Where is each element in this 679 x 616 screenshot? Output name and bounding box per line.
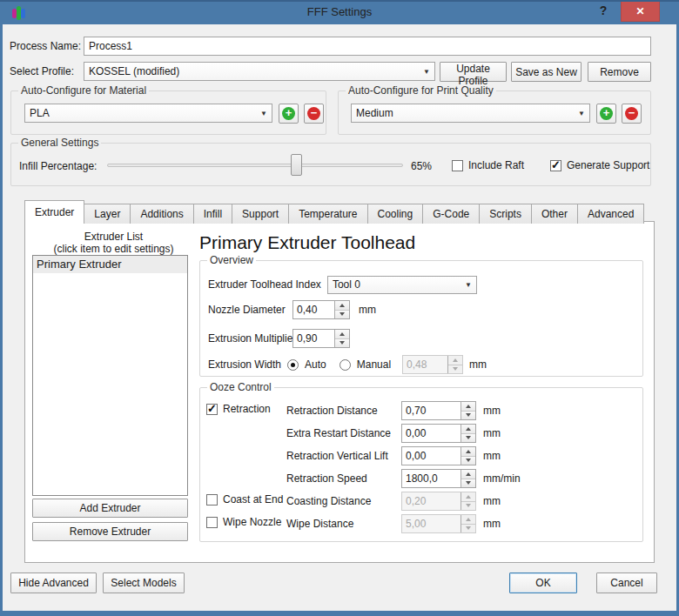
nozzle-diameter-spinner[interactable]: 0,40: [292, 300, 350, 319]
infill-percentage-label: Infill Percentage:: [19, 160, 97, 172]
tab-layer[interactable]: Layer: [84, 204, 131, 224]
tab-additions[interactable]: Additions: [130, 204, 193, 224]
retraction-distance-spinner[interactable]: 0,70: [401, 401, 476, 420]
coasting-distance-label: Coasting Distance: [286, 495, 371, 507]
chevron-down-icon: ▼: [576, 110, 585, 117]
title-bar[interactable]: FFF Settings ? ✕: [0, 2, 679, 24]
include-raft-checkbox[interactable]: Include Raft: [452, 159, 524, 171]
retraction-speed-spinner[interactable]: 1800,0: [401, 469, 476, 488]
update-profile-button[interactable]: Update Profile: [440, 62, 507, 82]
generate-support-label: Generate Support: [567, 159, 649, 171]
retraction-checkbox[interactable]: Retraction: [206, 403, 271, 415]
wipe-distance-spinner: 5,00: [401, 514, 476, 533]
retraction-vertical-lift-label: Retraction Vertical Lift: [286, 450, 388, 462]
spin-up-icon: [448, 356, 462, 365]
remove-material-button[interactable]: −: [304, 104, 324, 124]
spin-up-icon[interactable]: [461, 425, 475, 434]
nozzle-diameter-label: Nozzle Diameter: [208, 304, 286, 316]
extrusion-multiplier-spinner[interactable]: 0,90: [292, 329, 350, 348]
settings-tabbar: Extruder Layer Additions Infill Support …: [24, 203, 643, 224]
include-raft-label: Include Raft: [468, 159, 524, 171]
spin-up-icon[interactable]: [461, 447, 475, 457]
cancel-button[interactable]: Cancel: [596, 572, 657, 593]
material-combobox[interactable]: PLA ▼: [24, 104, 272, 123]
radio-auto-selected[interactable]: [287, 359, 299, 371]
remove-quality-button[interactable]: −: [622, 104, 642, 124]
spin-down-icon[interactable]: [335, 311, 349, 319]
help-icon[interactable]: ?: [595, 3, 612, 21]
fff-settings-window: FFF Settings ? ✕ Process Name: Select Pr…: [0, 0, 679, 616]
profile-combobox[interactable]: KOSSEL (modified) ▼: [84, 62, 435, 81]
checkbox-icon: [206, 494, 218, 506]
select-models-button[interactable]: Select Models: [103, 572, 185, 593]
tab-extruder[interactable]: Extruder: [24, 200, 84, 224]
tab-scripts[interactable]: Scripts: [479, 204, 532, 224]
extrusion-width-spinner: 0,48: [402, 355, 463, 374]
tab-other[interactable]: Other: [531, 204, 578, 224]
nozzle-diameter-value: 0,40: [293, 301, 334, 318]
plus-icon: +: [600, 107, 613, 120]
spin-down-icon: [461, 502, 475, 511]
wipe-distance-value: 5,00: [402, 515, 461, 532]
spin-up-icon[interactable]: [461, 402, 475, 412]
spin-up-icon[interactable]: [461, 470, 475, 479]
tab-infill[interactable]: Infill: [193, 204, 232, 224]
infill-slider-track[interactable]: [107, 164, 403, 167]
extruder-listbox[interactable]: Primary Extruder: [32, 255, 188, 496]
spin-up-icon: [461, 515, 475, 525]
toolhead-index-combobox[interactable]: Tool 0 ▼: [327, 276, 477, 294]
spin-down-icon: [448, 365, 462, 374]
retraction-vertical-lift-spinner[interactable]: 0,00: [401, 446, 476, 465]
checkbox-icon: [452, 160, 463, 171]
checkbox-icon: [206, 517, 218, 528]
infill-slider-handle[interactable]: [291, 154, 302, 176]
wipe-distance-label: Wipe Distance: [286, 518, 353, 530]
wipe-nozzle-label: Wipe Nozzle: [223, 516, 281, 528]
checkmark-icon: [206, 404, 218, 415]
retraction-vertical-lift-value: 0,00: [402, 447, 461, 465]
close-icon[interactable]: ✕: [621, 2, 660, 22]
select-profile-label: Select Profile:: [10, 65, 74, 77]
auto-quality-title: Auto-Configure for Print Quality: [346, 84, 496, 97]
spin-down-icon[interactable]: [461, 412, 475, 420]
ok-button[interactable]: OK: [509, 572, 577, 593]
extrusion-width-row: Extrusion Width Auto Manual 0,48 mm: [208, 355, 487, 374]
quality-combobox[interactable]: Medium ▼: [351, 104, 590, 123]
spin-down-icon[interactable]: [461, 457, 475, 465]
save-as-new-button[interactable]: Save as New: [511, 62, 582, 82]
spin-down-icon[interactable]: [461, 479, 475, 488]
add-material-button[interactable]: +: [279, 104, 299, 124]
spin-down-icon[interactable]: [335, 339, 349, 348]
generate-support-checkbox[interactable]: Generate Support: [550, 159, 649, 171]
extra-restart-distance-spinner[interactable]: 0,00: [401, 424, 476, 443]
manual-radio-label[interactable]: Manual: [357, 358, 391, 371]
extra-restart-distance-unit: mm: [483, 427, 501, 439]
tab-temperature[interactable]: Temperature: [288, 204, 367, 224]
tab-support[interactable]: Support: [232, 204, 289, 224]
process-name-input[interactable]: [84, 37, 651, 56]
extra-restart-distance-label: Extra Restart Distance: [286, 427, 391, 439]
radio-manual[interactable]: [340, 359, 351, 371]
spin-up-icon[interactable]: [335, 330, 349, 339]
auto-radio-label[interactable]: Auto: [305, 358, 326, 371]
spin-up-icon[interactable]: [335, 301, 349, 311]
window-title: FFF Settings: [0, 5, 679, 18]
list-item[interactable]: Primary Extruder: [33, 256, 187, 273]
add-quality-button[interactable]: +: [596, 104, 616, 124]
add-extruder-button[interactable]: Add Extruder: [32, 499, 188, 518]
remove-profile-button[interactable]: Remove: [588, 62, 651, 82]
remove-extruder-button[interactable]: Remove Extruder: [32, 522, 188, 541]
chevron-down-icon: ▼: [259, 110, 267, 117]
tab-gcode[interactable]: G-Code: [422, 204, 480, 224]
tab-cooling[interactable]: Cooling: [367, 204, 424, 224]
checkmark-icon: [550, 160, 561, 171]
dialog-client-area: Process Name: Select Profile: KOSSEL (mo…: [3, 24, 676, 611]
tab-advanced[interactable]: Advanced: [577, 204, 644, 224]
extra-restart-distance-value: 0,00: [402, 425, 461, 442]
coast-at-end-checkbox[interactable]: Coast at End: [206, 493, 283, 506]
retraction-distance-value: 0,70: [402, 402, 461, 419]
spin-down-icon[interactable]: [461, 434, 475, 443]
chevron-down-icon: ▼: [463, 281, 472, 289]
wipe-nozzle-checkbox[interactable]: Wipe Nozzle: [206, 516, 281, 528]
hide-advanced-button[interactable]: Hide Advanced: [10, 572, 97, 593]
